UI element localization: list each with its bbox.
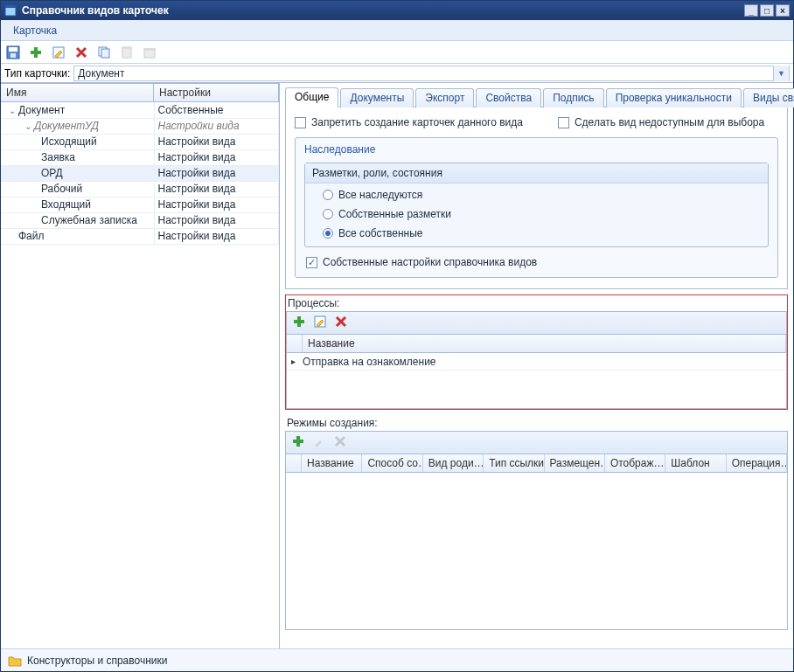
close-window-button[interactable]: × bbox=[776, 4, 790, 17]
row-indicator-icon: ▸ bbox=[287, 357, 299, 366]
card-type-combo[interactable]: Документ ▼ bbox=[73, 66, 790, 81]
delete-icon[interactable] bbox=[334, 315, 348, 331]
svg-rect-18 bbox=[293, 440, 303, 443]
body: Имя Настройки ⌄Документ Собственные ⌄Док… bbox=[1, 83, 793, 648]
copy-icon[interactable] bbox=[95, 44, 113, 61]
menubar: Карточка bbox=[1, 20, 793, 41]
tree-row-memo[interactable]: Служебная записка Настройки вида bbox=[1, 212, 279, 228]
processes-grid-header: Название bbox=[286, 335, 787, 353]
subgroup-layouts: Разметки, роли, состояния Все наследуютс… bbox=[304, 163, 769, 247]
edit-icon[interactable] bbox=[312, 434, 326, 451]
svg-rect-12 bbox=[144, 50, 155, 58]
tree-row-incoming[interactable]: Входящий Настройки вида bbox=[1, 197, 279, 212]
tab-signature[interactable]: Подпись bbox=[543, 88, 604, 107]
tab-properties[interactable]: Свойства bbox=[476, 88, 541, 107]
radio-all-own[interactable]: Все собственные bbox=[323, 227, 759, 239]
tree-row-file[interactable]: Файл Настройки вида bbox=[1, 228, 279, 244]
tree-panel: Имя Настройки ⌄Документ Собственные ⌄Док… bbox=[1, 83, 280, 648]
window-title: Справочник видов карточек bbox=[22, 4, 744, 17]
tree-body[interactable]: ⌄Документ Собственные ⌄ДокументУД Настро… bbox=[1, 102, 279, 648]
processes-toolbar bbox=[286, 311, 787, 335]
tree-header: Имя Настройки bbox=[1, 83, 279, 102]
menu-card[interactable]: Карточка bbox=[8, 23, 62, 38]
edit-icon[interactable] bbox=[50, 44, 67, 61]
section-processes: Процессы: Название ▸ Отправка на ознаком… bbox=[285, 294, 788, 410]
tree-row-documentud[interactable]: ⌄ДокументУД Настройки вида bbox=[1, 118, 279, 134]
tab-general-page: Запретить создание карточек данного вида… bbox=[285, 107, 788, 289]
tab-documents[interactable]: Документы bbox=[340, 88, 414, 107]
tree-col-name: Имя bbox=[1, 83, 154, 102]
svg-rect-1 bbox=[5, 5, 16, 8]
right-panel: Общие Документы Экспорт Свойства Подпись… bbox=[280, 83, 793, 648]
add-icon[interactable] bbox=[291, 434, 305, 451]
processes-col-name: Название bbox=[303, 335, 786, 352]
radio-icon bbox=[323, 190, 333, 200]
modes-grid-header: Название Способ со… Вид роди… Тип ссылки… bbox=[285, 454, 788, 473]
tab-linked-types[interactable]: Виды связанных з bbox=[743, 88, 794, 107]
modes-col-name: Название bbox=[302, 454, 362, 472]
group-inheritance: Наследование Разметки, роли, состояния В… bbox=[295, 137, 778, 278]
tree-row-outgoing[interactable]: Исходящий Настройки вида bbox=[1, 134, 279, 149]
chevron-down-icon[interactable]: ▼ bbox=[773, 66, 789, 81]
svg-rect-9 bbox=[101, 49, 109, 58]
modes-grid-body[interactable] bbox=[285, 473, 788, 630]
processes-grid-body[interactable]: ▸ Отправка на ознакомление bbox=[286, 353, 787, 409]
tabstrip: Общие Документы Экспорт Свойства Подпись… bbox=[285, 87, 788, 107]
radio-icon bbox=[323, 209, 333, 219]
processes-row[interactable]: ▸ Отправка на ознакомление bbox=[287, 353, 786, 371]
titlebar: Справочник видов карточек _ □ × bbox=[1, 1, 793, 20]
modes-label: Режимы создания: bbox=[285, 415, 788, 431]
tree-row-request[interactable]: Заявка Настройки вида bbox=[1, 149, 279, 165]
app-icon bbox=[4, 4, 17, 17]
chk-disallow-create[interactable]: Запретить создание карточек данного вида bbox=[295, 116, 523, 128]
modes-col-parent: Вид роди… bbox=[423, 454, 484, 472]
add-icon[interactable] bbox=[292, 315, 306, 331]
chk-hide-from-select[interactable]: Сделать вид недоступным для выбора bbox=[558, 116, 764, 128]
save-icon[interactable] bbox=[4, 44, 22, 61]
radio-all-inherit[interactable]: Все наследуются bbox=[323, 189, 759, 201]
tab-export[interactable]: Экспорт bbox=[415, 88, 474, 107]
radio-icon bbox=[323, 228, 333, 239]
minimize-button[interactable]: _ bbox=[744, 4, 758, 17]
window-buttons: _ □ × bbox=[744, 4, 790, 17]
card-type-value: Документ bbox=[78, 67, 124, 80]
paste-icon[interactable] bbox=[118, 44, 136, 61]
folder-icon bbox=[8, 655, 22, 667]
tree-row-worker[interactable]: Рабочий Настройки вида bbox=[1, 181, 279, 197]
delete-icon[interactable] bbox=[73, 44, 90, 61]
status-text[interactable]: Конструкторы и справочники bbox=[27, 655, 167, 667]
tab-uniqueness[interactable]: Проверка уникальности bbox=[606, 88, 742, 107]
edit-icon[interactable] bbox=[313, 315, 327, 331]
statusbar: Конструкторы и справочники bbox=[1, 648, 793, 671]
collapse-icon[interactable]: ⌄ bbox=[24, 121, 32, 131]
chk-own-directory-settings[interactable]: ✓ Собственные настройки справочника видо… bbox=[306, 256, 767, 268]
svg-rect-11 bbox=[124, 46, 129, 49]
section-creation-modes: Режимы создания: Название Способ со… Вид… bbox=[285, 415, 788, 630]
modes-col-display: Отображ… bbox=[605, 454, 665, 472]
delete-icon[interactable] bbox=[333, 434, 347, 451]
processes-label: Процессы: bbox=[286, 295, 787, 311]
checkbox-icon bbox=[295, 117, 306, 128]
svg-rect-15 bbox=[294, 320, 304, 323]
modes-col-method: Способ со… bbox=[362, 454, 422, 472]
tab-general[interactable]: Общие bbox=[285, 87, 338, 107]
modes-col-placement: Размещен… bbox=[545, 454, 605, 472]
collapse-icon[interactable]: ⌄ bbox=[8, 106, 17, 115]
maximize-button[interactable]: □ bbox=[760, 4, 774, 17]
checkbox-icon bbox=[558, 117, 569, 128]
svg-rect-6 bbox=[31, 51, 41, 54]
add-icon[interactable] bbox=[27, 44, 45, 61]
svg-rect-13 bbox=[143, 48, 156, 51]
checkbox-checked-icon: ✓ bbox=[306, 257, 317, 268]
modes-col-linktype: Тип ссылки bbox=[484, 454, 544, 472]
card-type-label: Тип карточки: bbox=[4, 67, 70, 80]
radio-own-layouts[interactable]: Собственные разметки bbox=[323, 208, 759, 220]
modes-col-operation: Операция… bbox=[727, 454, 787, 472]
modes-col-template: Шаблон bbox=[665, 454, 726, 472]
archive-icon[interactable] bbox=[141, 44, 158, 61]
tree-row-document[interactable]: ⌄Документ Собственные bbox=[1, 102, 279, 118]
card-type-row: Тип карточки: Документ ▼ bbox=[1, 64, 793, 83]
tree-row-ord[interactable]: ОРД Настройки вида bbox=[1, 165, 279, 181]
subgroup-layouts-title: Разметки, роли, состояния bbox=[305, 163, 768, 184]
modes-toolbar bbox=[285, 431, 788, 454]
